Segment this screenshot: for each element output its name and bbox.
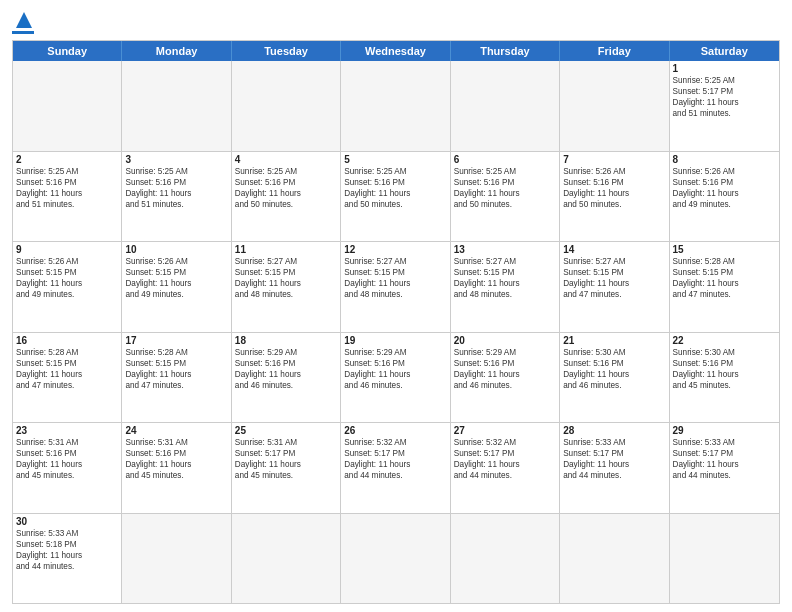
calendar-header-cell: Saturday (670, 41, 779, 61)
calendar-cell: 26Sunrise: 5:32 AMSunset: 5:17 PMDayligh… (341, 423, 450, 513)
calendar-cell-empty (451, 514, 560, 604)
calendar-cell: 22Sunrise: 5:30 AMSunset: 5:16 PMDayligh… (670, 333, 779, 423)
day-info: Sunrise: 5:26 AMSunset: 5:15 PMDaylight:… (16, 256, 118, 300)
day-info: Sunrise: 5:26 AMSunset: 5:16 PMDaylight:… (563, 166, 665, 210)
day-number: 2 (16, 154, 118, 165)
calendar-cell: 7Sunrise: 5:26 AMSunset: 5:16 PMDaylight… (560, 152, 669, 242)
calendar-cell-empty (670, 514, 779, 604)
calendar-row: 16Sunrise: 5:28 AMSunset: 5:15 PMDayligh… (13, 333, 779, 424)
calendar-header-cell: Tuesday (232, 41, 341, 61)
calendar-header-cell: Thursday (451, 41, 560, 61)
day-number: 23 (16, 425, 118, 436)
day-number: 27 (454, 425, 556, 436)
calendar-cell: 3Sunrise: 5:25 AMSunset: 5:16 PMDaylight… (122, 152, 231, 242)
logo-text (12, 10, 34, 30)
day-number: 19 (344, 335, 446, 346)
calendar-cell: 24Sunrise: 5:31 AMSunset: 5:16 PMDayligh… (122, 423, 231, 513)
calendar-cell-empty (341, 514, 450, 604)
calendar-cell-empty (13, 61, 122, 151)
calendar-cell: 28Sunrise: 5:33 AMSunset: 5:17 PMDayligh… (560, 423, 669, 513)
day-number: 21 (563, 335, 665, 346)
day-info: Sunrise: 5:30 AMSunset: 5:16 PMDaylight:… (563, 347, 665, 391)
calendar-cell-empty (560, 61, 669, 151)
calendar-cell: 4Sunrise: 5:25 AMSunset: 5:16 PMDaylight… (232, 152, 341, 242)
day-info: Sunrise: 5:29 AMSunset: 5:16 PMDaylight:… (344, 347, 446, 391)
day-info: Sunrise: 5:27 AMSunset: 5:15 PMDaylight:… (563, 256, 665, 300)
day-info: Sunrise: 5:28 AMSunset: 5:15 PMDaylight:… (125, 347, 227, 391)
calendar-body: 1Sunrise: 5:25 AMSunset: 5:17 PMDaylight… (13, 61, 779, 603)
calendar-cell-empty (232, 514, 341, 604)
day-number: 3 (125, 154, 227, 165)
day-number: 10 (125, 244, 227, 255)
calendar-cell: 16Sunrise: 5:28 AMSunset: 5:15 PMDayligh… (13, 333, 122, 423)
calendar-header: SundayMondayTuesdayWednesdayThursdayFrid… (13, 41, 779, 61)
day-number: 15 (673, 244, 776, 255)
logo-underline (12, 31, 34, 34)
day-info: Sunrise: 5:33 AMSunset: 5:18 PMDaylight:… (16, 528, 118, 572)
day-info: Sunrise: 5:31 AMSunset: 5:17 PMDaylight:… (235, 437, 337, 481)
day-number: 9 (16, 244, 118, 255)
day-number: 1 (673, 63, 776, 74)
day-info: Sunrise: 5:30 AMSunset: 5:16 PMDaylight:… (673, 347, 776, 391)
day-number: 17 (125, 335, 227, 346)
day-number: 26 (344, 425, 446, 436)
day-info: Sunrise: 5:28 AMSunset: 5:15 PMDaylight:… (16, 347, 118, 391)
calendar: SundayMondayTuesdayWednesdayThursdayFrid… (12, 40, 780, 604)
calendar-cell: 2Sunrise: 5:25 AMSunset: 5:16 PMDaylight… (13, 152, 122, 242)
day-number: 6 (454, 154, 556, 165)
day-number: 22 (673, 335, 776, 346)
day-number: 8 (673, 154, 776, 165)
calendar-cell: 20Sunrise: 5:29 AMSunset: 5:16 PMDayligh… (451, 333, 560, 423)
calendar-cell: 21Sunrise: 5:30 AMSunset: 5:16 PMDayligh… (560, 333, 669, 423)
calendar-cell-empty (232, 61, 341, 151)
day-info: Sunrise: 5:31 AMSunset: 5:16 PMDaylight:… (16, 437, 118, 481)
day-number: 30 (16, 516, 118, 527)
calendar-header-cell: Sunday (13, 41, 122, 61)
day-info: Sunrise: 5:25 AMSunset: 5:16 PMDaylight:… (235, 166, 337, 210)
day-info: Sunrise: 5:27 AMSunset: 5:15 PMDaylight:… (344, 256, 446, 300)
day-info: Sunrise: 5:26 AMSunset: 5:16 PMDaylight:… (673, 166, 776, 210)
day-info: Sunrise: 5:28 AMSunset: 5:15 PMDaylight:… (673, 256, 776, 300)
logo (12, 10, 34, 34)
day-info: Sunrise: 5:29 AMSunset: 5:16 PMDaylight:… (454, 347, 556, 391)
calendar-cell: 13Sunrise: 5:27 AMSunset: 5:15 PMDayligh… (451, 242, 560, 332)
calendar-cell: 5Sunrise: 5:25 AMSunset: 5:16 PMDaylight… (341, 152, 450, 242)
calendar-cell: 9Sunrise: 5:26 AMSunset: 5:15 PMDaylight… (13, 242, 122, 332)
calendar-row: 23Sunrise: 5:31 AMSunset: 5:16 PMDayligh… (13, 423, 779, 514)
calendar-cell-empty (122, 514, 231, 604)
day-info: Sunrise: 5:25 AMSunset: 5:16 PMDaylight:… (454, 166, 556, 210)
svg-marker-0 (16, 12, 32, 28)
calendar-cell: 8Sunrise: 5:26 AMSunset: 5:16 PMDaylight… (670, 152, 779, 242)
calendar-cell: 29Sunrise: 5:33 AMSunset: 5:17 PMDayligh… (670, 423, 779, 513)
day-info: Sunrise: 5:29 AMSunset: 5:16 PMDaylight:… (235, 347, 337, 391)
day-info: Sunrise: 5:26 AMSunset: 5:15 PMDaylight:… (125, 256, 227, 300)
day-number: 5 (344, 154, 446, 165)
day-info: Sunrise: 5:25 AMSunset: 5:17 PMDaylight:… (673, 75, 776, 119)
calendar-row: 1Sunrise: 5:25 AMSunset: 5:17 PMDaylight… (13, 61, 779, 152)
day-number: 20 (454, 335, 556, 346)
calendar-cell: 25Sunrise: 5:31 AMSunset: 5:17 PMDayligh… (232, 423, 341, 513)
day-info: Sunrise: 5:25 AMSunset: 5:16 PMDaylight:… (344, 166, 446, 210)
calendar-cell: 15Sunrise: 5:28 AMSunset: 5:15 PMDayligh… (670, 242, 779, 332)
calendar-cell: 1Sunrise: 5:25 AMSunset: 5:17 PMDaylight… (670, 61, 779, 151)
calendar-row: 30Sunrise: 5:33 AMSunset: 5:18 PMDayligh… (13, 514, 779, 604)
calendar-header-cell: Friday (560, 41, 669, 61)
calendar-cell: 19Sunrise: 5:29 AMSunset: 5:16 PMDayligh… (341, 333, 450, 423)
calendar-cell: 14Sunrise: 5:27 AMSunset: 5:15 PMDayligh… (560, 242, 669, 332)
header (12, 10, 780, 34)
calendar-cell-empty (122, 61, 231, 151)
day-number: 29 (673, 425, 776, 436)
day-info: Sunrise: 5:32 AMSunset: 5:17 PMDaylight:… (344, 437, 446, 481)
day-number: 25 (235, 425, 337, 436)
logo-icon (14, 10, 34, 30)
calendar-cell-empty (560, 514, 669, 604)
calendar-cell: 30Sunrise: 5:33 AMSunset: 5:18 PMDayligh… (13, 514, 122, 604)
day-number: 4 (235, 154, 337, 165)
calendar-cell-empty (341, 61, 450, 151)
day-info: Sunrise: 5:33 AMSunset: 5:17 PMDaylight:… (563, 437, 665, 481)
calendar-cell: 12Sunrise: 5:27 AMSunset: 5:15 PMDayligh… (341, 242, 450, 332)
calendar-cell: 11Sunrise: 5:27 AMSunset: 5:15 PMDayligh… (232, 242, 341, 332)
day-info: Sunrise: 5:25 AMSunset: 5:16 PMDaylight:… (16, 166, 118, 210)
calendar-header-cell: Monday (122, 41, 231, 61)
calendar-cell: 6Sunrise: 5:25 AMSunset: 5:16 PMDaylight… (451, 152, 560, 242)
